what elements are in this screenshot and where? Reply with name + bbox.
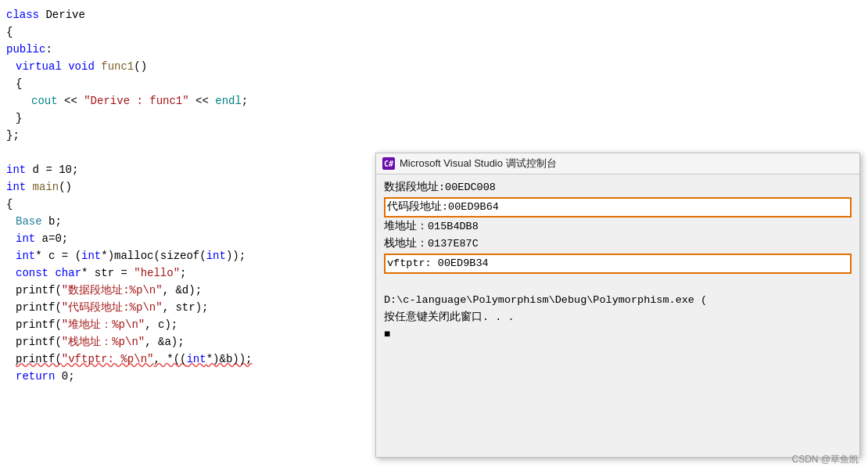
console-line-1: 数据段地址:00EDC008 <box>384 179 852 196</box>
code-line-5: { <box>0 75 868 92</box>
console-line-6-empty <box>384 275 852 292</box>
code-line-3: public: <box>0 41 868 58</box>
console-line-8: 按任意键关闭此窗口. . . <box>384 309 852 326</box>
attribution: CSDN @草鱼凯 <box>791 453 859 466</box>
console-title: Microsoft Visual Studio 调试控制台 <box>400 156 557 171</box>
code-line-4: virtual void func1() <box>0 58 868 75</box>
console-line-4: 栈地址：0137E87C <box>384 236 852 253</box>
console-line-5-highlighted: vftptr: 00ED9B34 <box>384 253 852 274</box>
console-line-7-path: D:\c-language\Polymorphism\Debug\Polymor… <box>384 292 852 309</box>
console-line-2-highlighted: 代码段地址:00ED9B64 <box>384 197 852 218</box>
code-line-7: } <box>0 110 868 127</box>
console-body: 数据段地址:00EDC008 代码段地址:00ED9B64 堆地址：015B4D… <box>376 174 859 348</box>
console-line-3: 堆地址：015B4DB8 <box>384 218 852 236</box>
code-line-8: }; <box>0 127 868 144</box>
console-titlebar: C# Microsoft Visual Studio 调试控制台 <box>376 153 859 174</box>
code-line-2: { <box>0 23 868 41</box>
code-line-6: cout << "Derive : func1" << endl; <box>0 92 868 110</box>
vs-icon: C# <box>382 157 395 170</box>
code-line-1: class Derive <box>0 6 868 23</box>
console-line-9-cursor: ■ <box>384 326 852 343</box>
console-panel: C# Microsoft Visual Studio 调试控制台 数据段地址:0… <box>375 153 860 458</box>
